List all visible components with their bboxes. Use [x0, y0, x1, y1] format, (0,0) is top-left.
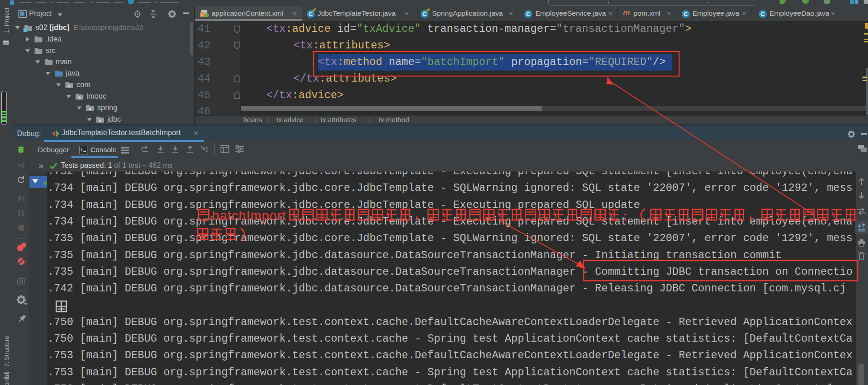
svg-text:9: 9	[21, 161, 24, 169]
